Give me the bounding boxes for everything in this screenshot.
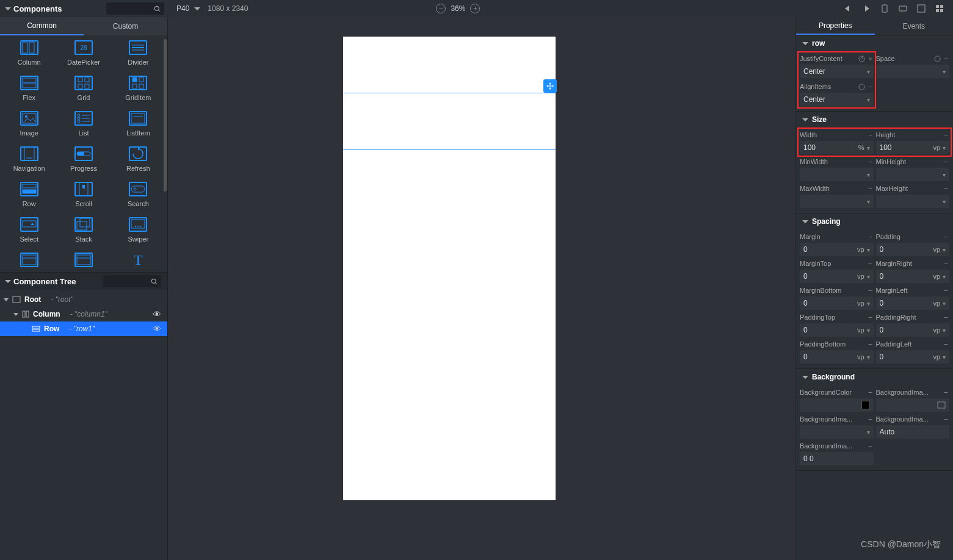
link-icon[interactable] [867, 185, 874, 192]
zoom-in-button[interactable]: + [470, 4, 480, 13]
link-icon[interactable] [943, 185, 949, 192]
rotate-icon[interactable] [898, 4, 908, 13]
bgimage4-input[interactable]: 0 0 [800, 452, 874, 465]
bgimage-input[interactable] [876, 398, 950, 412]
component-text[interactable]: T [113, 253, 164, 267]
margintop-input[interactable]: 0vp▾ [800, 270, 874, 283]
bgimage3-input[interactable]: Auto [876, 425, 950, 439]
expand-icon[interactable] [4, 298, 9, 301]
component-select[interactable]: Select [4, 217, 54, 243]
paddingbottom-input[interactable]: 0vp▾ [800, 350, 874, 364]
component-stack[interactable]: Stack [58, 217, 109, 243]
component-extra1[interactable] [4, 253, 54, 267]
component-scroll[interactable]: Scroll [58, 182, 109, 207]
maxheight-input[interactable]: ▾ [876, 195, 950, 208]
link-icon[interactable] [867, 443, 874, 450]
link-icon[interactable] [943, 159, 949, 165]
link-icon[interactable] [867, 341, 874, 348]
section-row[interactable]: row [796, 35, 953, 51]
component-datepicker[interactable]: 28DatePicker [58, 40, 109, 66]
tab-common[interactable]: Common [0, 17, 84, 35]
tab-events[interactable]: Events [875, 17, 954, 35]
link-icon[interactable] [943, 56, 949, 62]
collapse-icon[interactable] [5, 7, 11, 10]
component-column[interactable]: Column [4, 40, 54, 66]
link-icon[interactable] [867, 84, 874, 90]
section-size[interactable]: Size [796, 112, 953, 127]
component-flex[interactable]: Flex [4, 76, 54, 101]
redo-icon[interactable] [861, 4, 871, 13]
component-refresh[interactable]: Refresh [113, 146, 164, 172]
link-icon[interactable] [867, 260, 874, 267]
bgimage2-input[interactable]: ▾ [800, 425, 874, 439]
device-icon[interactable] [880, 4, 890, 13]
device-select[interactable]: P40 [176, 4, 203, 13]
space-input[interactable]: ▾ [876, 65, 950, 78]
move-handle-icon[interactable] [543, 79, 557, 93]
tab-properties[interactable]: Properties [796, 17, 875, 35]
component-divider[interactable]: Divider [113, 40, 164, 66]
marginbottom-input[interactable]: 0vp▾ [800, 296, 874, 310]
link-icon[interactable] [867, 132, 874, 138]
marginleft-input[interactable]: 0vp▾ [876, 296, 950, 310]
link-icon[interactable] [867, 314, 874, 321]
zoom-out-button[interactable]: − [436, 4, 446, 13]
paddingleft-input[interactable]: 0vp▾ [876, 350, 950, 364]
link-icon[interactable] [943, 389, 949, 396]
width-input[interactable]: 100%▾ [800, 141, 874, 154]
component-row[interactable]: Row [4, 182, 54, 207]
minheight-input[interactable]: ▾ [876, 168, 950, 181]
link-icon[interactable] [867, 416, 874, 423]
expand-icon[interactable] [13, 313, 18, 316]
grid-toggle-icon[interactable] [935, 4, 944, 13]
link-icon[interactable] [943, 314, 949, 321]
link-icon[interactable] [867, 56, 874, 62]
tree-row-selected[interactable]: Row - "row1" 👁 [0, 321, 167, 336]
paddingright-input[interactable]: 0vp▾ [876, 323, 950, 337]
link-icon[interactable] [943, 260, 949, 267]
component-listitem[interactable]: ListItem [113, 111, 164, 137]
component-navigation[interactable]: Navigation [4, 146, 54, 172]
link-icon[interactable] [943, 416, 949, 423]
link-icon[interactable] [943, 234, 949, 240]
scrollbar[interactable] [164, 39, 167, 192]
link-icon[interactable] [943, 341, 949, 348]
section-background[interactable]: Background [796, 369, 953, 385]
tab-custom[interactable]: Custom [84, 17, 167, 35]
tree-search[interactable] [103, 275, 161, 287]
visibility-icon[interactable]: 👁 [153, 309, 161, 319]
device-preview[interactable] [343, 37, 556, 500]
height-input[interactable]: 100vp▾ [876, 141, 950, 154]
component-search[interactable] [106, 2, 164, 15]
marginright-input[interactable]: 0vp▾ [876, 270, 950, 283]
link-icon[interactable] [867, 234, 874, 240]
tree-root[interactable]: Root - "root" [0, 292, 167, 307]
canvas[interactable] [168, 17, 795, 560]
frame-icon[interactable] [916, 4, 926, 13]
component-grid[interactable]: Grid [58, 76, 109, 101]
help-icon[interactable] [934, 56, 941, 62]
component-list[interactable]: List [58, 111, 109, 137]
section-spacing[interactable]: Spacing [796, 214, 953, 229]
visibility-icon[interactable]: 👁 [153, 324, 161, 334]
maxwidth-input[interactable]: ▾ [800, 195, 874, 208]
tree-collapse-icon[interactable] [5, 280, 11, 283]
help-icon[interactable] [858, 84, 865, 90]
link-icon[interactable] [867, 287, 874, 294]
component-swiper[interactable]: Swiper [113, 217, 164, 243]
link-icon[interactable] [867, 389, 874, 396]
undo-icon[interactable] [843, 4, 853, 13]
justifycontent-select[interactable]: Center▾ [800, 65, 874, 78]
help-icon[interactable]: ? [858, 56, 865, 62]
paddingtop-input[interactable]: 0vp▾ [800, 323, 874, 337]
margin-input[interactable]: 0vp▾ [800, 243, 874, 256]
padding-input[interactable]: 0vp▾ [876, 243, 950, 256]
component-progress[interactable]: Progress [58, 146, 109, 172]
component-image[interactable]: Image [4, 111, 54, 137]
tree-column[interactable]: Column - "column1" 👁 [0, 307, 167, 321]
link-icon[interactable] [943, 287, 949, 294]
link-icon[interactable] [943, 132, 949, 138]
minwidth-input[interactable]: ▾ [800, 168, 874, 181]
component-griditem[interactable]: GridItem [113, 76, 164, 101]
component-extra2[interactable] [58, 253, 109, 267]
